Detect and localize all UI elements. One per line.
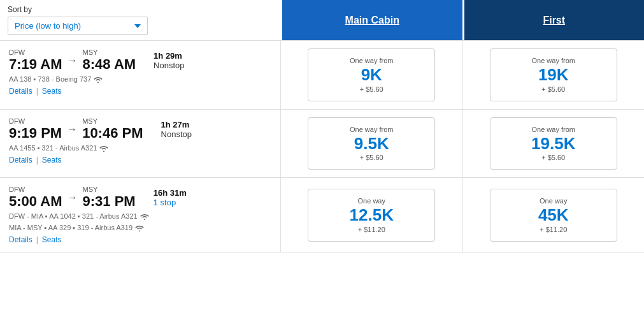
seats-link[interactable]: Seats bbox=[42, 156, 62, 164]
wifi-icon bbox=[99, 144, 108, 152]
first-price-tax: + $11.20 bbox=[540, 226, 567, 233]
dep-airport: DFW bbox=[9, 117, 62, 125]
first-price-amount: 45K bbox=[538, 206, 569, 224]
main-price-amount: 9K bbox=[361, 66, 382, 84]
dep-time: 5:00 AM bbox=[9, 193, 62, 209]
main-cabin-price-card[interactable]: One way from 9K + $5.60 bbox=[280, 41, 462, 109]
stops: 1 stop bbox=[154, 198, 187, 207]
flight-info: DFW 7:19 AM → MSY 8:48 AM 1h 29m Nonstop… bbox=[0, 41, 280, 109]
main-price-tax: + $5.60 bbox=[360, 85, 383, 93]
first-cabin-header[interactable]: First bbox=[462, 0, 645, 40]
wifi-icon-2 bbox=[135, 224, 144, 231]
first-cabin-label[interactable]: First bbox=[543, 15, 565, 26]
main-cabin-price-card[interactable]: One way 12.5K + $11.20 bbox=[280, 178, 462, 252]
dep-airport: DFW bbox=[9, 186, 62, 193]
arrival: MSY 10:46 PM bbox=[82, 117, 143, 142]
flight-info-text: AA 1455 ▪ 321 - Airbus A321 bbox=[9, 144, 97, 152]
main-cabin-header[interactable]: Main Cabin bbox=[280, 0, 462, 40]
flight-info-text-2: MIA - MSY ▪ AA 329 ▪ 319 - Airbus A319 bbox=[9, 224, 132, 231]
arrow-icon: → bbox=[68, 55, 78, 66]
link-separator: | bbox=[36, 156, 38, 164]
wifi-icon bbox=[94, 75, 103, 83]
header-row: Sort by Price (low to high) Main Cabin F… bbox=[0, 0, 644, 41]
seats-link[interactable]: Seats bbox=[42, 87, 62, 96]
main-price-tax: + $5.60 bbox=[360, 154, 383, 161]
flight-row: DFW 5:00 AM → MSY 9:31 PM 16h 31m 1 stop… bbox=[0, 178, 644, 252]
link-separator: | bbox=[36, 235, 38, 244]
first-cabin-price-card[interactable]: One way from 19.5K + $5.60 bbox=[462, 110, 645, 178]
link-separator: | bbox=[36, 87, 38, 96]
sort-value: Price (low to high) bbox=[15, 21, 129, 31]
flight-info: DFW 5:00 AM → MSY 9:31 PM 16h 31m 1 stop… bbox=[0, 178, 280, 252]
chevron-down-icon bbox=[134, 24, 141, 28]
arrow-icon: → bbox=[67, 124, 77, 135]
flight-details: DFW - MIA ▪ AA 1042 ▪ 321 - Airbus A321 bbox=[9, 212, 271, 220]
sort-section: Sort by Price (low to high) bbox=[0, 0, 280, 40]
main-cabin-label[interactable]: Main Cabin bbox=[345, 15, 399, 26]
details-link[interactable]: Details bbox=[9, 156, 32, 164]
dep-airport: DFW bbox=[9, 48, 62, 56]
flight-info: DFW 9:19 PM → MSY 10:46 PM 1h 27m Nonsto… bbox=[0, 110, 280, 178]
flight-times: DFW 7:19 AM → MSY 8:48 AM 1h 29m Nonstop bbox=[9, 48, 271, 73]
first-cabin-price-card[interactable]: One way from 19K + $5.60 bbox=[462, 41, 645, 109]
arr-time: 8:48 AM bbox=[83, 56, 136, 72]
arrival: MSY 8:48 AM bbox=[83, 48, 136, 73]
wifi-icon bbox=[140, 212, 149, 220]
details-link[interactable]: Details bbox=[9, 235, 32, 244]
flight-row: DFW 7:19 AM → MSY 8:48 AM 1h 29m Nonstop… bbox=[0, 41, 644, 110]
flight-info-text: AA 138 ▪ 738 - Boeing 737 bbox=[9, 75, 91, 83]
flight-links: Details | Seats bbox=[9, 156, 271, 164]
arrival: MSY 9:31 PM bbox=[83, 186, 136, 210]
arrow-icon: → bbox=[68, 192, 78, 203]
main-price-amount: 12.5K bbox=[350, 206, 394, 224]
arr-airport: MSY bbox=[82, 117, 143, 125]
first-price-amount: 19K bbox=[538, 66, 569, 84]
first-price-amount: 19.5K bbox=[531, 135, 575, 153]
flight-info-text: DFW - MIA ▪ AA 1042 ▪ 321 - Airbus A321 bbox=[9, 212, 138, 220]
details-link[interactable]: Details bbox=[9, 87, 32, 96]
stops: Nonstop bbox=[161, 129, 192, 139]
seats-link[interactable]: Seats bbox=[42, 235, 62, 244]
flight-times: DFW 5:00 AM → MSY 9:31 PM 16h 31m 1 stop bbox=[9, 186, 271, 210]
flight-details: AA 1455 ▪ 321 - Airbus A321 bbox=[9, 144, 271, 152]
sort-dropdown[interactable]: Price (low to high) bbox=[8, 17, 148, 35]
first-one-way-label: One way from bbox=[532, 57, 575, 64]
sort-label: Sort by bbox=[8, 5, 273, 14]
flight-details: AA 138 ▪ 738 - Boeing 737 bbox=[9, 75, 271, 83]
main-cabin-price-card[interactable]: One way from 9.5K + $5.60 bbox=[280, 110, 462, 178]
main-cabin-price-inner: One way 12.5K + $11.20 bbox=[308, 189, 435, 242]
first-cabin-price-card[interactable]: One way 45K + $11.20 bbox=[462, 178, 645, 252]
main-cabin-price-inner: One way from 9K + $5.60 bbox=[308, 48, 435, 101]
flight-details-2: MIA - MSY ▪ AA 329 ▪ 319 - Airbus A319 bbox=[9, 224, 271, 231]
dep-time: 9:19 PM bbox=[9, 125, 62, 141]
duration-time: 16h 31m bbox=[154, 188, 187, 198]
stops: Nonstop bbox=[154, 61, 184, 70]
main-price-tax: + $11.20 bbox=[358, 226, 385, 233]
flight-row: DFW 9:19 PM → MSY 10:46 PM 1h 27m Nonsto… bbox=[0, 110, 644, 179]
flight-times: DFW 9:19 PM → MSY 10:46 PM 1h 27m Nonsto… bbox=[9, 117, 271, 142]
main-price-amount: 9.5K bbox=[354, 135, 389, 153]
flight-links: Details | Seats bbox=[9, 235, 271, 244]
main-one-way-label: One way from bbox=[350, 126, 393, 133]
departure: DFW 5:00 AM bbox=[9, 186, 62, 210]
departure: DFW 9:19 PM bbox=[9, 117, 62, 142]
first-one-way-label: One way bbox=[540, 197, 567, 205]
duration-time: 1h 29m bbox=[154, 51, 184, 61]
first-one-way-label: One way from bbox=[532, 126, 575, 133]
first-cabin-price-inner: One way 45K + $11.20 bbox=[490, 189, 617, 242]
flights-container: DFW 7:19 AM → MSY 8:48 AM 1h 29m Nonstop… bbox=[0, 41, 644, 252]
arr-airport: MSY bbox=[83, 48, 136, 56]
duration: 16h 31m 1 stop bbox=[154, 188, 187, 207]
first-price-tax: + $5.60 bbox=[541, 154, 565, 161]
departure: DFW 7:19 AM bbox=[9, 48, 62, 73]
duration: 1h 29m Nonstop bbox=[154, 51, 184, 70]
arr-time: 10:46 PM bbox=[82, 125, 143, 141]
first-cabin-price-inner: One way from 19K + $5.60 bbox=[490, 48, 617, 101]
duration: 1h 27m Nonstop bbox=[161, 120, 192, 139]
flight-links: Details | Seats bbox=[9, 87, 271, 96]
arr-airport: MSY bbox=[83, 186, 136, 193]
main-one-way-label: One way bbox=[358, 197, 385, 205]
dep-time: 7:19 AM bbox=[9, 56, 62, 72]
main-one-way-label: One way from bbox=[350, 57, 393, 64]
first-cabin-price-inner: One way from 19.5K + $5.60 bbox=[490, 117, 617, 170]
